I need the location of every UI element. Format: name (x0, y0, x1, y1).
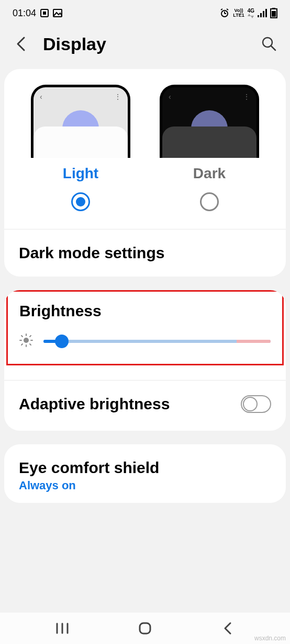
theme-option-light[interactable]: ‹⋮ Light (31, 85, 130, 211)
dark-mode-settings-row[interactable]: Dark mode settings (4, 229, 286, 277)
svg-rect-1 (43, 12, 46, 15)
navigation-bar (0, 613, 290, 644)
page-title: Display (43, 34, 247, 54)
svg-rect-12 (263, 11, 264, 17)
theme-card: ‹⋮ Light ‹⋮ Dark Dark mode settings (4, 69, 286, 277)
theme-preview-light: ‹⋮ (31, 85, 130, 158)
brightness-title: Brightness (19, 302, 271, 320)
theme-preview-dark: ‹⋮ (160, 85, 259, 158)
nav-home-button[interactable] (129, 618, 161, 639)
svg-marker-8 (248, 14, 251, 16)
adaptive-brightness-title: Adaptive brightness (19, 395, 170, 413)
brightness-slider[interactable] (43, 335, 271, 348)
watermark: wsxdn.com (254, 635, 286, 642)
stop-icon (40, 9, 49, 17)
back-button[interactable] (10, 33, 31, 54)
brightness-slider-thumb[interactable] (55, 335, 69, 348)
search-button[interactable] (259, 33, 280, 54)
svg-line-24 (21, 336, 23, 337)
home-icon (138, 622, 152, 635)
dark-mode-settings-title: Dark mode settings (19, 244, 271, 262)
image-icon (53, 9, 62, 17)
nav-back-icon (223, 622, 232, 635)
status-4g: 4G (248, 8, 254, 14)
svg-rect-31 (140, 623, 150, 634)
theme-option-dark[interactable]: ‹⋮ Dark (160, 85, 259, 211)
status-lte: LTE1 (233, 13, 244, 18)
svg-line-26 (21, 344, 23, 345)
brightness-highlight: Brightness (6, 290, 284, 365)
brightness-card: Brightness Adaptive b (4, 290, 286, 431)
svg-line-25 (30, 344, 31, 345)
status-time: 01:04 (13, 8, 36, 19)
svg-point-19 (24, 338, 29, 343)
recents-icon (55, 623, 69, 634)
nav-recents-button[interactable] (47, 618, 78, 639)
search-icon (261, 36, 277, 52)
adaptive-brightness-switch[interactable] (241, 395, 271, 413)
chevron-left-icon (16, 36, 26, 52)
svg-rect-16 (272, 11, 276, 17)
data-arrows-icon (248, 14, 254, 18)
adaptive-brightness-row[interactable]: Adaptive brightness (4, 381, 286, 431)
eye-comfort-subtitle: Always on (19, 479, 271, 492)
eye-comfort-title: Eye comfort shield (19, 459, 271, 477)
eye-comfort-card: Eye comfort shield Always on (4, 444, 286, 503)
svg-marker-9 (251, 16, 254, 18)
battery-icon (270, 8, 277, 18)
signal-icon (258, 9, 267, 17)
svg-line-27 (30, 336, 31, 337)
alarm-icon (219, 8, 230, 18)
sun-icon (19, 334, 33, 349)
nav-back-button[interactable] (212, 618, 243, 639)
svg-rect-11 (260, 13, 262, 17)
svg-rect-10 (258, 15, 259, 17)
eye-comfort-row[interactable]: Eye comfort shield Always on (4, 444, 286, 503)
svg-line-18 (271, 46, 275, 50)
svg-rect-13 (265, 9, 267, 17)
svg-line-7 (227, 9, 228, 10)
status-bar: 01:04 Vo)) LTE1 4G (0, 0, 290, 22)
theme-label-light: Light (63, 165, 98, 182)
svg-line-6 (221, 9, 222, 10)
theme-radio-light[interactable] (71, 192, 90, 211)
theme-radio-dark[interactable] (200, 192, 219, 211)
theme-label-dark: Dark (193, 165, 226, 182)
app-header: Display (0, 22, 290, 69)
